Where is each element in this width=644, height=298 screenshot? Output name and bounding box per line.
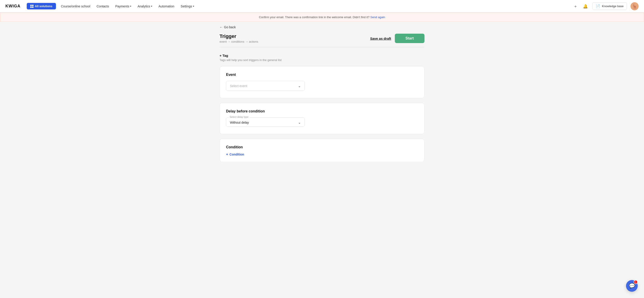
navbar: KWIGA All solutions Course/online school… [0, 0, 644, 12]
tag-help-text: Tags will help you sort triggers in the … [220, 58, 424, 62]
main-content: ← Go back Trigger event → conditions → a… [214, 25, 430, 171]
event-select-dropdown[interactable]: Select event ⌄ [226, 81, 305, 91]
page-header: Trigger event → conditions → actions Sav… [220, 31, 424, 47]
settings-chevron-icon: ▾ [193, 5, 194, 7]
nav-contacts-link[interactable]: Contacts [94, 0, 112, 12]
add-condition-button[interactable]: + Condition [226, 152, 244, 162]
add-condition-label: Condition [230, 152, 244, 156]
delay-select-value: Without delay [230, 121, 249, 124]
nav-automation-link[interactable]: Automation [155, 0, 178, 12]
page-title: Trigger [220, 33, 258, 39]
knowledge-base-button[interactable]: 📄 Knowledge base [592, 2, 627, 10]
add-button[interactable]: ＋ [572, 3, 578, 10]
condition-card: Condition + Condition [220, 139, 424, 162]
event-card-title: Event [226, 73, 418, 77]
notifications-button[interactable]: 🔔 [582, 3, 589, 10]
add-tag-link[interactable]: + Tag [220, 54, 228, 57]
event-card: Event Select event ⌄ [220, 66, 424, 98]
logo: KWIGA [6, 4, 20, 8]
back-button[interactable]: ← Go back [220, 25, 236, 29]
nav-analytics-link[interactable]: Analytics ▾ [134, 0, 155, 12]
condition-card-title: Condition [226, 145, 418, 149]
plus-icon: + [226, 152, 228, 156]
save-draft-button[interactable]: Save as draft [370, 37, 391, 40]
tag-section: + Tag Tags will help you sort triggers i… [220, 54, 424, 62]
back-label: Go back [224, 25, 236, 29]
delay-card: Delay before condition Select delay type… [220, 103, 424, 134]
nav-actions: ＋ 🔔 📄 Knowledge base 🦌 [572, 2, 638, 10]
nav-payments-link[interactable]: Payments ▾ [112, 0, 134, 12]
knowledge-base-label: Knowledge base [602, 4, 624, 8]
delay-card-title: Delay before condition [226, 109, 418, 113]
delay-select-wrap: Select delay type Without delay ⌄ [226, 117, 305, 127]
back-arrow-icon: ← [220, 25, 223, 29]
page-header-left: Trigger event → conditions → actions [220, 33, 258, 43]
send-again-link[interactable]: Send again [370, 15, 385, 19]
avatar-icon: 🦌 [632, 3, 638, 9]
banner-text: Confirm your email. There was a confirma… [259, 15, 370, 19]
analytics-chevron-icon: ▾ [151, 5, 152, 7]
event-chevron-down-icon: ⌄ [298, 84, 301, 88]
payments-chevron-icon: ▾ [130, 5, 131, 7]
delay-select-dropdown[interactable]: Without delay ⌄ [226, 117, 305, 127]
start-button[interactable]: Start [395, 34, 424, 43]
page-subtitle: event → conditions → actions [220, 40, 258, 43]
grid-icon [30, 5, 34, 8]
page-header-right: Save as draft Start [370, 34, 424, 43]
book-icon: 📄 [596, 4, 600, 8]
nav-course-link[interactable]: Course/online school [58, 0, 94, 12]
user-avatar-button[interactable]: 🦌 [630, 2, 638, 10]
all-solutions-label: All solutions [35, 4, 52, 8]
all-solutions-button[interactable]: All solutions [27, 3, 56, 9]
confirm-email-banner: Confirm your email. There was a confirma… [0, 12, 644, 22]
event-dropdown-wrap: Select event ⌄ [226, 81, 418, 91]
nav-settings-link[interactable]: Settings ▾ [178, 0, 197, 12]
delay-select-label: Select delay type [229, 116, 250, 118]
event-select-placeholder: Select event [230, 84, 247, 88]
delay-chevron-down-icon: ⌄ [298, 121, 301, 124]
